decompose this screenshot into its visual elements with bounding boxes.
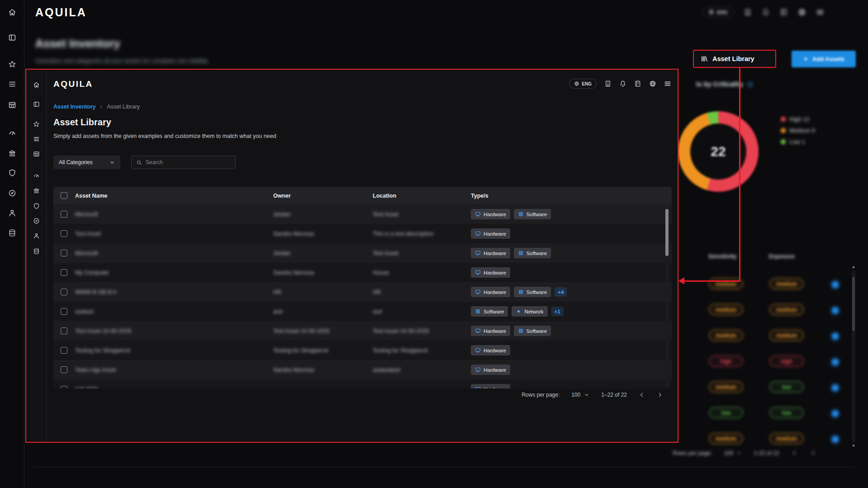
scrollbar-thumb[interactable] [852, 277, 855, 331]
risk-row[interactable]: mediummedium [699, 323, 848, 349]
sidebar-data-button[interactable] [8, 229, 16, 237]
prev-page-button[interactable] [639, 392, 645, 398]
overlay-org-button[interactable] [604, 80, 612, 87]
org-button[interactable] [744, 8, 752, 16]
sidebar-panels-button[interactable] [8, 33, 16, 42]
row-checkbox[interactable] [61, 230, 67, 237]
risk-row[interactable]: mediumlow [699, 375, 848, 401]
risk-row[interactable]: mediummedium [699, 272, 848, 298]
sidebar-favorites-button[interactable] [8, 60, 16, 68]
action-dot[interactable] [832, 410, 839, 417]
sidebar-list-button[interactable] [8, 80, 16, 88]
action-dot[interactable] [832, 359, 839, 365]
overlay-list-button[interactable] [33, 136, 40, 142]
table-row[interactable]: MicrosoftJordanTest AssetHardwareSoftwar… [53, 204, 672, 224]
row-checkbox[interactable] [61, 289, 67, 295]
overlay-language-selector[interactable]: ENG [569, 79, 597, 89]
globe-sphere-icon [798, 8, 806, 16]
language-selector[interactable]: ENG [702, 6, 734, 18]
risk-row[interactable]: mediummedium [699, 426, 848, 452]
table-row[interactable]: Testing for Shoppers4Testing for Shopper… [53, 341, 672, 360]
overlay-dashboard-button[interactable] [33, 172, 40, 179]
table-row[interactable]: A B 2025Hardware [53, 379, 672, 389]
next-page-button[interactable] [810, 450, 816, 456]
action-dot[interactable] [832, 307, 839, 314]
rows-per-page-select[interactable]: 100 [571, 392, 589, 398]
overlay-favorites-button[interactable] [33, 121, 40, 128]
row-checkbox[interactable] [61, 269, 67, 276]
overlay-table-button[interactable] [33, 151, 40, 157]
more-types-badge[interactable]: +4 [555, 287, 567, 297]
type-chip-hardware: Hardware [471, 228, 510, 239]
row-checkbox[interactable] [61, 366, 67, 373]
overlay-panels-button[interactable] [33, 101, 40, 108]
scroll-up-icon[interactable] [851, 264, 856, 270]
right-scrollbar[interactable] [852, 270, 855, 442]
risk-col-sensitivity: Sensitivity [708, 253, 737, 260]
sidebar-assets-button[interactable] [8, 189, 16, 197]
sidebar-security-button[interactable] [8, 169, 16, 177]
web-button[interactable] [798, 8, 806, 16]
category-filter-dropdown[interactable]: All Categories [53, 156, 120, 169]
search-input[interactable] [146, 159, 223, 166]
table-row[interactable]: My ComputerSandra NervosaHouseHardware [53, 263, 672, 282]
table-scrollbar[interactable] [665, 207, 669, 388]
notifications-button[interactable] [762, 8, 770, 16]
table-row[interactable]: MicrosoftJordanTest AssetHardwareSoftwar… [53, 243, 672, 263]
row-checkbox[interactable] [61, 327, 67, 334]
table-row[interactable]: Years Ago AssetSandra NervosaasdasdasdHa… [53, 360, 672, 379]
overlay-menu-button[interactable] [664, 80, 671, 87]
overlay-brand-logo: AQUILA [53, 79, 93, 89]
overlay-assets-button[interactable] [33, 218, 40, 224]
sidebar-dashboard-button[interactable] [8, 129, 16, 137]
overlay-data-button[interactable] [33, 248, 40, 255]
row-checkbox[interactable] [61, 250, 67, 256]
info-icon[interactable] [747, 81, 754, 88]
overlay-home-button[interactable] [33, 81, 40, 88]
next-page-button[interactable] [657, 392, 663, 398]
risk-row[interactable]: mediummedium [699, 298, 848, 323]
globe-sphere-icon [649, 80, 656, 87]
action-dot[interactable] [832, 281, 839, 288]
select-all-checkbox[interactable] [61, 192, 67, 199]
prev-page-button[interactable] [791, 450, 798, 456]
risk-row[interactable]: highhigh [699, 349, 848, 375]
risk-row[interactable]: lowlow [699, 401, 848, 426]
menu-button[interactable] [816, 8, 824, 16]
overlay-users-button[interactable] [33, 232, 40, 239]
sidebar-home-button[interactable] [8, 8, 16, 16]
overlay-security-button[interactable] [33, 203, 40, 209]
sidebar-governance-button[interactable] [8, 149, 16, 157]
overlay-pagination: Rows per page: 100 1–22 of 22 [522, 392, 663, 398]
docs-button[interactable] [780, 8, 788, 16]
table-scrollbar-thumb[interactable] [665, 209, 669, 256]
breadcrumb-asset-inventory[interactable]: Asset Inventory [53, 104, 96, 110]
row-checkbox[interactable] [61, 386, 67, 389]
overlay-governance-button[interactable] [33, 187, 40, 194]
more-types-badge[interactable]: +1 [551, 307, 564, 316]
table-row[interactable]: asdasdasdasdSoftwareNetwork+1 [53, 302, 672, 321]
table-row[interactable]: Test Asset 10-30-2025Test Asset 10-30-20… [53, 321, 672, 341]
asset-table: Asset Name Owner Location Type/s Microso… [53, 187, 672, 389]
scroll-down-icon[interactable] [851, 443, 856, 449]
table-row[interactable]: Test AssetSandra NervosaThis is a test d… [53, 224, 672, 243]
table-row[interactable]: WWW B GB B AHRHRHardwareSoftware+4 [53, 282, 672, 302]
row-checkbox[interactable] [61, 211, 67, 218]
type-chip-software: Software [514, 326, 551, 336]
action-dot[interactable] [832, 333, 839, 340]
action-dot[interactable] [832, 384, 839, 391]
rows-per-page-select[interactable]: 100 [724, 450, 742, 456]
overlay-docs-button[interactable] [634, 80, 641, 87]
asset-name: Test Asset [75, 231, 273, 237]
overlay-web-button[interactable] [649, 80, 656, 87]
sidebar-users-button[interactable] [8, 209, 16, 217]
sidebar-table-button[interactable] [8, 101, 16, 109]
add-assets-button[interactable]: Add Assets [792, 51, 856, 67]
legend-item: Medium 9 [781, 127, 815, 134]
row-checkbox[interactable] [61, 308, 67, 315]
database-icon [33, 248, 40, 255]
action-dot[interactable] [832, 436, 839, 443]
asset-library-button[interactable]: Asset Library [693, 50, 776, 68]
overlay-notifications-button[interactable] [619, 80, 626, 87]
row-checkbox[interactable] [61, 347, 67, 354]
